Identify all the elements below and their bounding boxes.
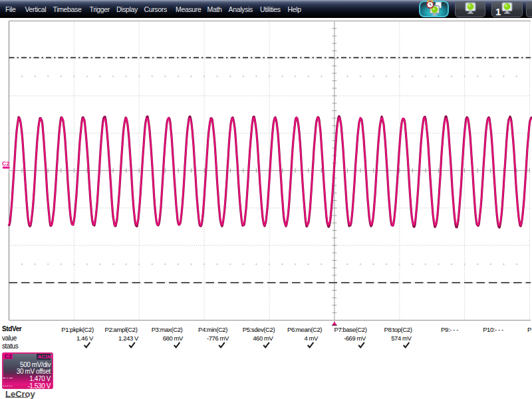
svg-text:C2: C2 [2, 160, 10, 167]
